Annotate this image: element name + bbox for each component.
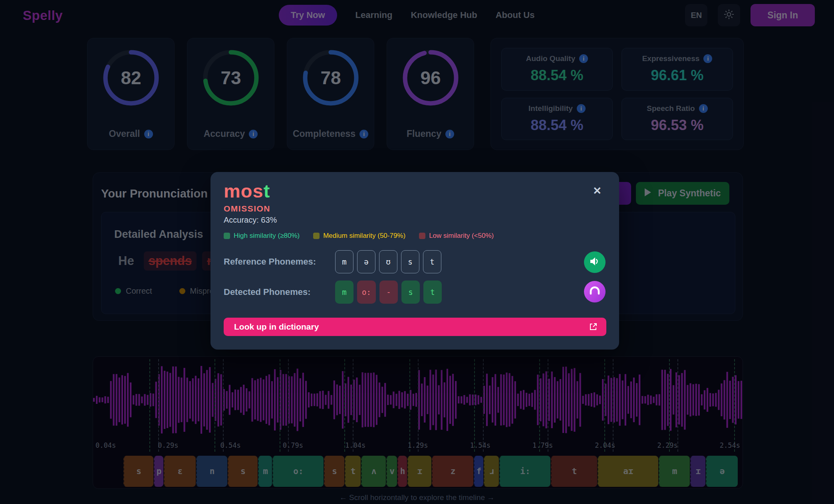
speaker-icon bbox=[590, 257, 600, 268]
reference-phoneme-chip: ə bbox=[357, 250, 375, 273]
detected-phonemes-label: Detected Phonemes: bbox=[224, 287, 335, 297]
word-detail-modal: ✕ most OMISSION Accuracy: 63% High simil… bbox=[210, 172, 619, 350]
reference-phoneme-chip: m bbox=[335, 250, 353, 273]
close-icon[interactable]: ✕ bbox=[593, 186, 602, 196]
reference-phoneme-chip: t bbox=[423, 250, 441, 273]
detected-phonemes-row: Detected Phonemes: mo:-st bbox=[224, 281, 442, 304]
reference-phonemes-label: Reference Phonemes: bbox=[224, 257, 335, 267]
play-reference-audio-button[interactable] bbox=[584, 251, 606, 273]
detected-phoneme-chip: t bbox=[423, 281, 442, 304]
reference-phoneme-chip: ʊ bbox=[379, 250, 397, 273]
reference-phoneme-chip: s bbox=[401, 250, 419, 273]
detected-phoneme-chip: - bbox=[379, 281, 398, 304]
similarity-legend-item: Medium similarity (50-79%) bbox=[313, 232, 405, 240]
similarity-legend-item: High similarity (≥80%) bbox=[224, 232, 300, 240]
listen-user-audio-button[interactable] bbox=[584, 281, 606, 302]
external-link-icon bbox=[589, 322, 598, 331]
detected-phoneme-chip: s bbox=[401, 281, 420, 304]
legend-swatch bbox=[419, 233, 425, 239]
similarity-legend: High similarity (≥80%)Medium similarity … bbox=[224, 232, 494, 240]
word-mispronounced-part: mos bbox=[224, 180, 264, 202]
dictionary-lookup-label: Look up in dictionary bbox=[234, 322, 319, 332]
detected-phoneme-chip: m bbox=[335, 281, 353, 304]
reference-phoneme-chips: məʊst bbox=[335, 250, 441, 273]
headphones-icon bbox=[589, 286, 600, 298]
similarity-legend-item: Low similarity (<50%) bbox=[419, 232, 494, 240]
word-accuracy: Accuracy: 63% bbox=[224, 215, 277, 225]
modal-word: most bbox=[224, 180, 270, 202]
reference-phonemes-row: Reference Phonemes: məʊst bbox=[224, 250, 441, 273]
legend-swatch bbox=[313, 233, 320, 239]
detected-phoneme-chips: mo:-st bbox=[335, 281, 442, 304]
error-type-badge: OMISSION bbox=[224, 204, 270, 213]
detected-phoneme-chip: o: bbox=[357, 281, 376, 304]
dictionary-lookup-button[interactable]: Look up in dictionary bbox=[224, 318, 606, 336]
word-correct-part: t bbox=[264, 180, 270, 202]
legend-swatch bbox=[224, 233, 230, 239]
